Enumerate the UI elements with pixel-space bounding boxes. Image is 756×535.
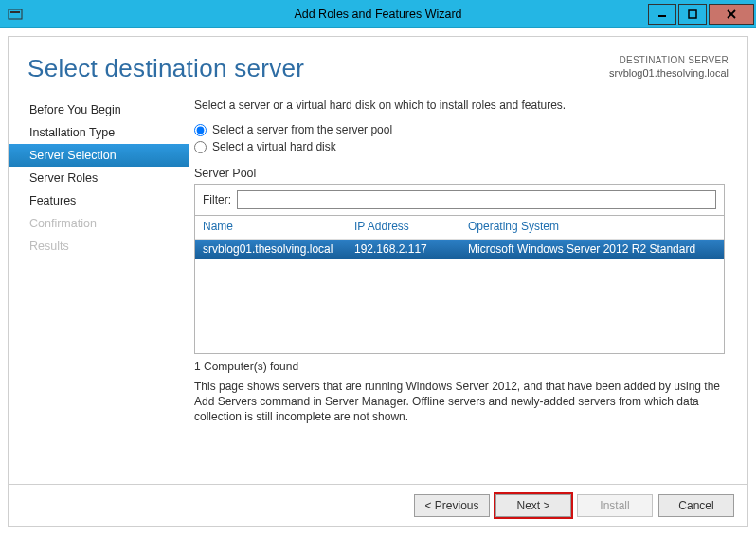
col-ip[interactable]: IP Address [354, 220, 468, 233]
radio-vhd-label: Select a virtual hard disk [212, 140, 336, 153]
previous-button[interactable]: < Previous [414, 494, 490, 517]
svg-rect-1 [10, 11, 20, 13]
nav-confirmation: Confirmation [9, 212, 189, 235]
server-pool-label: Server Pool [194, 167, 725, 180]
table-row[interactable]: srvblog01.thesolving.local 192.168.2.117… [195, 240, 724, 259]
filter-box: Filter: [194, 184, 725, 216]
server-table: Name IP Address Operating System srvblog… [194, 216, 725, 354]
install-button: Install [577, 494, 653, 517]
nav-before-you-begin[interactable]: Before You Begin [9, 98, 189, 121]
col-name[interactable]: Name [203, 220, 354, 233]
svg-rect-0 [9, 9, 22, 19]
cell-os: Microsoft Windows Server 2012 R2 Standar… [468, 242, 716, 256]
content-area: Select a server or a virtual hard disk o… [189, 93, 747, 484]
window-controls [648, 4, 756, 25]
filter-label: Filter: [203, 193, 231, 206]
wizard-nav: Before You Begin Installation Type Serve… [9, 93, 189, 484]
button-bar: < Previous Next > Install Cancel [9, 484, 747, 526]
titlebar[interactable]: Add Roles and Features Wizard [0, 0, 756, 28]
table-header: Name IP Address Operating System [195, 216, 724, 240]
nav-installation-type[interactable]: Installation Type [9, 121, 189, 144]
col-os[interactable]: Operating System [468, 220, 716, 233]
next-button[interactable]: Next > [495, 494, 571, 517]
maximize-button[interactable] [678, 4, 707, 25]
cancel-button[interactable]: Cancel [658, 494, 734, 517]
radio-server-pool[interactable]: Select a server from the server pool [194, 123, 725, 136]
nav-results: Results [9, 235, 189, 258]
minimize-button[interactable] [648, 4, 676, 25]
radio-server-pool-input[interactable] [194, 124, 207, 136]
nav-server-selection[interactable]: Server Selection [9, 144, 189, 167]
destination-name: srvblog01.thesolving.local [609, 66, 729, 80]
intro-text: Select a server or a virtual hard disk o… [194, 98, 725, 112]
page-title: Select destination server [27, 54, 304, 83]
destination-server-box: DESTINATION SERVER srvblog01.thesolving.… [609, 54, 729, 80]
window-title: Add Roles and Features Wizard [0, 8, 756, 21]
destination-label: DESTINATION SERVER [609, 54, 729, 66]
help-text: This page shows servers that are running… [194, 379, 725, 425]
cell-ip: 192.168.2.117 [354, 242, 468, 256]
radio-server-pool-label: Select a server from the server pool [212, 123, 392, 136]
close-button[interactable] [709, 4, 754, 25]
radio-vhd-input[interactable] [194, 141, 207, 153]
found-count: 1 Computer(s) found [194, 360, 725, 373]
radio-vhd[interactable]: Select a virtual hard disk [194, 140, 725, 153]
table-body: srvblog01.thesolving.local 192.168.2.117… [195, 240, 724, 353]
cell-name: srvblog01.thesolving.local [203, 242, 354, 256]
nav-server-roles[interactable]: Server Roles [9, 167, 189, 189]
svg-rect-3 [689, 10, 696, 18]
filter-input[interactable] [237, 190, 716, 209]
app-icon [6, 5, 25, 24]
nav-features[interactable]: Features [9, 189, 189, 212]
